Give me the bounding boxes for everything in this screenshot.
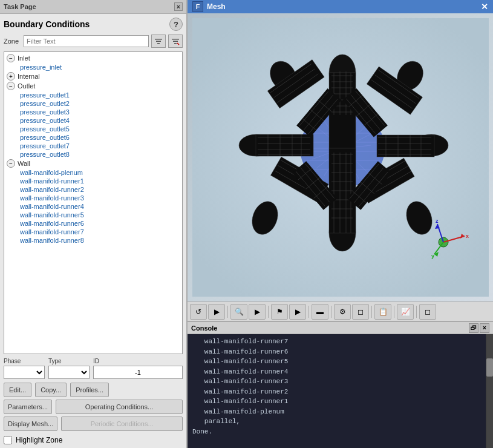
- f-icon: F: [192, 1, 203, 12]
- console-scrollbar[interactable]: [486, 334, 493, 448]
- svg-line-6: [177, 43, 179, 45]
- left-panel: Task Page × Boundary Conditions ? Zone: [0, 0, 188, 448]
- tree-container[interactable]: −Inletpressure_inlet+Internal−Outletpres…: [4, 51, 183, 354]
- toolbar-divider-1: [227, 306, 228, 318]
- highlight-zone-label: Highlight Zone: [16, 436, 62, 444]
- tree-item-pressure_outlet5[interactable]: pressure_outlet5: [5, 125, 181, 133]
- zoom-button[interactable]: 🔍: [230, 304, 247, 320]
- tree-item-wall_manifold_runner5[interactable]: wall-manifold-runner5: [5, 211, 181, 219]
- console-body[interactable]: wall-manifold-runner7 wall-manifold-runn…: [188, 334, 486, 448]
- edit-button[interactable]: Edit...: [4, 383, 31, 397]
- tree-item-pressure_outlet2[interactable]: pressure_outlet2: [5, 99, 181, 108]
- phase-select[interactable]: [4, 366, 45, 379]
- zone-label: Zone: [4, 38, 19, 45]
- console-inner: wall-manifold-runner7 wall-manifold-runn…: [188, 334, 493, 448]
- mesh-close-button[interactable]: ✕: [481, 2, 488, 12]
- console-panel: Console 🗗 × wall-manifold-runner7 wall-m…: [188, 321, 493, 448]
- phase-label: Phase: [4, 358, 45, 364]
- right-panel: F Mesh ✕: [188, 0, 493, 448]
- buttons-row-1: Edit... Copy... Profiles...: [4, 383, 183, 397]
- tree-parent-wall[interactable]: −Wall: [5, 159, 181, 168]
- tree-item-wall_manifold_runner6[interactable]: wall-manifold-runner6: [5, 219, 181, 228]
- cube-button[interactable]: ◻: [352, 304, 369, 320]
- tree-item-pressure_outlet6[interactable]: pressure_outlet6: [5, 133, 181, 142]
- next-button-3[interactable]: ▶: [289, 304, 306, 320]
- type-group: Type: [48, 358, 90, 379]
- tree-parent-label-outlet: Outlet: [18, 82, 35, 90]
- square-button[interactable]: ◻: [419, 304, 436, 320]
- tree-toggle-outlet[interactable]: −: [7, 82, 15, 90]
- tree-item-wall_manifold_plenum[interactable]: wall-manifold-plenum: [5, 168, 181, 177]
- zone-filter-row: Zone: [4, 35, 183, 48]
- svg-rect-81: [377, 135, 434, 157]
- toolbar-divider-5: [371, 306, 372, 318]
- tree-item-wall_manifold_runner4[interactable]: wall-manifold-runner4: [5, 202, 181, 211]
- settings-button[interactable]: ⚙: [334, 304, 351, 320]
- highlight-zone-checkbox[interactable]: [4, 436, 12, 444]
- parameters-button[interactable]: Parameters...: [4, 400, 52, 414]
- boundary-conditions-title: Boundary Conditions ?: [4, 18, 183, 31]
- minus-button[interactable]: ▬: [312, 304, 328, 320]
- console-buttons: 🗗 ×: [469, 323, 489, 333]
- svg-rect-52: [256, 134, 313, 156]
- svg-text:z: z: [436, 218, 439, 224]
- tree-parent-label-internal: Internal: [18, 73, 40, 80]
- flag-button[interactable]: ⚑: [271, 304, 288, 320]
- periodic-conditions-button[interactable]: Periodic Conditions...: [61, 417, 183, 431]
- mesh-viewport[interactable]: x z y: [188, 13, 493, 301]
- tree-toggle-inlet[interactable]: −: [7, 54, 15, 62]
- tree-item-pressure_inlet[interactable]: pressure_inlet: [5, 63, 181, 71]
- tree-item-pressure_outlet7[interactable]: pressure_outlet7: [5, 142, 181, 150]
- type-label: Type: [48, 358, 90, 364]
- tree-item-wall_manifold_runner7[interactable]: wall-manifold-runner7: [5, 228, 181, 236]
- profiles-button[interactable]: Profiles...: [70, 383, 109, 397]
- console-title: Console: [191, 324, 217, 332]
- copy-button[interactable]: Copy...: [35, 383, 67, 397]
- tree-group-outlet: −Outletpressure_outlet1pressure_outlet2p…: [5, 81, 181, 159]
- highlight-zone-row: Highlight Zone: [4, 436, 183, 444]
- tree-item-wall_manifold_runner2[interactable]: wall-manifold-runner2: [5, 185, 181, 194]
- operating-conditions-button[interactable]: Operating Conditions...: [56, 400, 183, 414]
- tree-toggle-internal[interactable]: +: [7, 72, 15, 81]
- display-mesh-button[interactable]: Display Mesh...: [4, 417, 57, 431]
- task-page-close-button[interactable]: ×: [174, 2, 183, 11]
- tree-item-wall_manifold_runner1[interactable]: wall-manifold-runner1: [5, 177, 181, 185]
- clipboard-button[interactable]: 📋: [374, 304, 391, 320]
- buttons-row-3: Display Mesh... Periodic Conditions...: [4, 417, 183, 431]
- zone-filter-input[interactable]: [24, 35, 149, 47]
- tree-item-wall_manifold_runner3[interactable]: wall-manifold-runner3: [5, 194, 181, 202]
- console-line: wall-manifold-runner5: [192, 357, 481, 367]
- next-button-1[interactable]: ▶: [208, 304, 225, 320]
- filter-button-2[interactable]: [168, 35, 183, 48]
- tree-parent-inlet[interactable]: −Inlet: [5, 53, 181, 63]
- svg-text:y: y: [431, 253, 434, 259]
- tree-parent-label-inlet: Inlet: [18, 54, 30, 62]
- tree-item-pressure_outlet8[interactable]: pressure_outlet8: [5, 150, 181, 159]
- help-button[interactable]: ?: [169, 18, 183, 31]
- console-line: wall-manifold-runner4: [192, 367, 481, 377]
- type-select[interactable]: [48, 366, 90, 379]
- refresh-button[interactable]: ↺: [190, 304, 207, 320]
- tree-item-pressure_outlet4[interactable]: pressure_outlet4: [5, 116, 181, 125]
- id-group: ID: [93, 358, 183, 379]
- console-close-button[interactable]: ×: [480, 323, 489, 333]
- tree-item-pressure_outlet1[interactable]: pressure_outlet1: [5, 91, 181, 99]
- tree-item-pressure_outlet3[interactable]: pressure_outlet3: [5, 108, 181, 116]
- tree-parent-internal[interactable]: +Internal: [5, 71, 181, 81]
- tree-item-wall_manifold_runner8[interactable]: wall-manifold-runner8: [5, 236, 181, 245]
- console-minimize-button[interactable]: 🗗: [469, 323, 478, 333]
- filter-button-1[interactable]: [151, 35, 166, 48]
- svg-rect-4: [173, 41, 178, 42]
- console-header: Console 🗗 ×: [188, 322, 493, 334]
- next-button-2[interactable]: ▶: [249, 304, 266, 320]
- id-input[interactable]: [93, 366, 183, 379]
- filter-icon: [154, 37, 163, 45]
- toolbar-divider-6: [394, 306, 394, 318]
- tree-group-internal: +Internal: [5, 71, 181, 81]
- chart-button[interactable]: 📈: [397, 304, 414, 320]
- task-page-title: Task Page: [4, 3, 36, 10]
- tree-parent-outlet[interactable]: −Outlet: [5, 81, 181, 91]
- toolbar-divider-3: [309, 306, 309, 318]
- tree-group-inlet: −Inletpressure_inlet: [5, 53, 181, 71]
- tree-toggle-wall[interactable]: −: [7, 159, 15, 168]
